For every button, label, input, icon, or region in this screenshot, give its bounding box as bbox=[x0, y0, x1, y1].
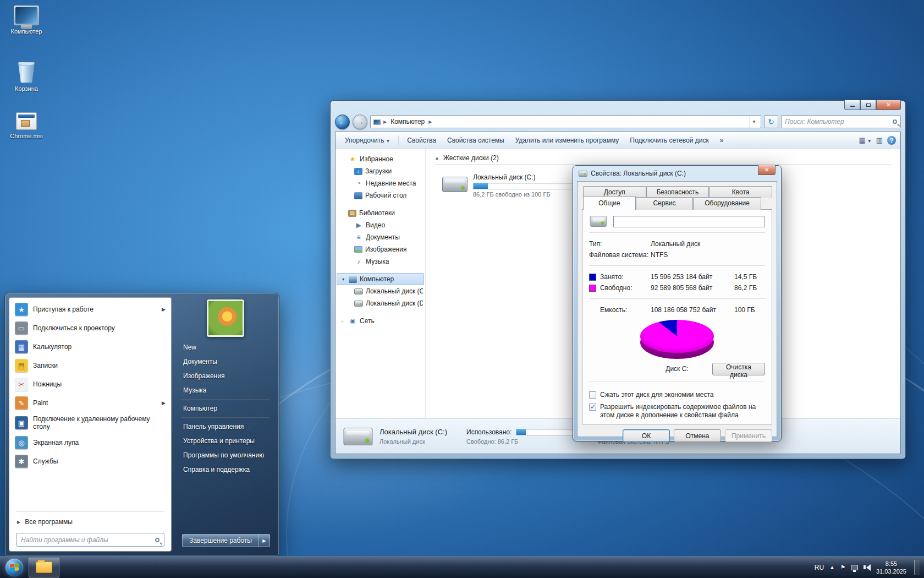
breadcrumb-arrow-icon[interactable]: ▶ bbox=[383, 119, 387, 124]
breadcrumb-arrow-icon[interactable]: ▶ bbox=[428, 119, 432, 124]
properties-command[interactable]: Свойства bbox=[402, 135, 441, 146]
tab-general[interactable]: Общие bbox=[583, 196, 636, 210]
separator bbox=[589, 232, 765, 233]
sidebar-item-desktop[interactable]: Рабочий стол bbox=[336, 189, 425, 201]
start-link-music[interactable]: Музыка bbox=[180, 383, 271, 397]
start-item-remote-desktop[interactable]: ▣ Подключение к удаленному рабочему стол… bbox=[10, 412, 170, 433]
group-header-hard-disks[interactable]: ▲ Жесткие диски (2) bbox=[435, 154, 892, 165]
cancel-button[interactable]: Отмена bbox=[674, 429, 721, 442]
shutdown-button[interactable]: Завершение работы bbox=[182, 534, 259, 547]
address-dropdown-icon[interactable]: ▼ bbox=[749, 116, 758, 128]
expander-icon[interactable]: ▾ bbox=[340, 277, 346, 282]
libraries-icon: ▤ bbox=[348, 210, 356, 217]
close-button[interactable]: ✕ bbox=[876, 100, 901, 110]
sidebar-item-documents[interactable]: ≡ Документы bbox=[336, 231, 425, 243]
desktop-icon-recycle-bin[interactable]: Корзина bbox=[3, 58, 50, 92]
start-item-services[interactable]: ✱ Службы bbox=[10, 452, 170, 471]
remote-desktop-icon: ▣ bbox=[15, 416, 28, 429]
taskbar-explorer-button[interactable] bbox=[29, 558, 59, 577]
navigation-pane: ★ Избранное ↓ Загрузки ◔ Недавние места … bbox=[336, 149, 426, 418]
organize-menu[interactable]: Упорядочить▼ bbox=[340, 135, 395, 146]
sidebar-item-computer[interactable]: ▾ Компьютер bbox=[337, 273, 424, 285]
forward-button[interactable]: → bbox=[353, 114, 367, 129]
sidebar-item-music[interactable]: ♪ Музыка bbox=[336, 255, 425, 268]
sidebar-item-pictures[interactable]: Изображения bbox=[336, 243, 425, 255]
ok-button[interactable]: ОК bbox=[623, 429, 670, 442]
start-item-getting-started[interactable]: ★ Приступая к работе ▶ bbox=[10, 300, 170, 319]
command-toolbar: Упорядочить▼ Свойства Свойства системы У… bbox=[336, 132, 900, 149]
desktop-icon-label: Корзина bbox=[15, 85, 38, 92]
preview-pane-button[interactable]: ▥ bbox=[876, 136, 883, 144]
dialog-titlebar[interactable]: Свойства: Локальный диск (C:) bbox=[573, 166, 781, 181]
close-icon[interactable]: ✕ bbox=[758, 165, 776, 175]
sidebar-item-local-disk-d[interactable]: Локальный диск (D: bbox=[336, 297, 425, 309]
start-item-snipping-tool[interactable]: ✂ Ножницы bbox=[10, 375, 170, 394]
sidebar-item-libraries[interactable]: ▤ Библиотеки bbox=[336, 207, 425, 219]
sidebar-item-recent-places[interactable]: ◔ Недавние места bbox=[336, 177, 425, 189]
start-search-input[interactable] bbox=[21, 536, 152, 544]
refresh-button[interactable]: ↻ bbox=[764, 115, 778, 128]
tab-quota[interactable]: Квота bbox=[709, 186, 772, 198]
help-button[interactable]: ? bbox=[887, 136, 896, 145]
views-button[interactable]: ▦▼ bbox=[859, 136, 871, 144]
volume-icon[interactable] bbox=[864, 564, 871, 571]
start-link-computer[interactable]: Компьютер bbox=[180, 401, 271, 416]
maximize-button[interactable] bbox=[860, 100, 876, 110]
index-checkbox-row[interactable]: Разрешить индексировать содержимое файло… bbox=[589, 403, 765, 419]
capacity-label: Емкость: bbox=[600, 306, 651, 314]
compress-checkbox-row[interactable]: Сжать этот диск для экономии места bbox=[589, 391, 765, 399]
tab-tools[interactable]: Сервис bbox=[636, 197, 693, 210]
tab-security[interactable]: Безопасность bbox=[646, 186, 710, 198]
user-avatar[interactable] bbox=[207, 299, 244, 337]
taskbar-clock[interactable]: 8:55 31.03.2025 bbox=[876, 560, 906, 575]
expander-icon[interactable]: ▹ bbox=[340, 319, 345, 324]
shutdown-options-arrow[interactable]: ▶ bbox=[259, 534, 270, 547]
start-link-control-panel[interactable]: Панель управления bbox=[180, 419, 271, 434]
start-link-documents[interactable]: Документы bbox=[180, 355, 271, 369]
start-link-user[interactable]: New bbox=[180, 340, 271, 355]
capacity-bar bbox=[473, 183, 576, 189]
sidebar-item-network[interactable]: ▹ ◉ Сеть bbox=[336, 315, 425, 327]
start-link-help-support[interactable]: Справка и поддержка bbox=[180, 462, 271, 477]
show-desktop-button[interactable] bbox=[914, 560, 920, 575]
hidden-icons-arrow[interactable]: ▲ bbox=[829, 564, 835, 570]
index-checkbox[interactable] bbox=[589, 403, 596, 411]
all-programs-button[interactable]: ▶ Все программы bbox=[10, 514, 170, 530]
search-input[interactable] bbox=[785, 118, 890, 126]
start-item-calculator[interactable]: ▦ Калькулятор bbox=[10, 337, 170, 356]
start-button[interactable] bbox=[6, 559, 23, 576]
minimize-button[interactable] bbox=[844, 100, 860, 110]
uninstall-program-command[interactable]: Удалить или изменить программу bbox=[510, 135, 624, 146]
toolbar-overflow-chevron[interactable]: » bbox=[715, 135, 729, 146]
language-indicator[interactable]: RU bbox=[815, 564, 824, 571]
start-link-default-programs[interactable]: Программы по умолчанию bbox=[180, 448, 271, 462]
address-bar[interactable]: ▶ Компьютер ▶ ▼ bbox=[370, 115, 761, 128]
volume-label-input[interactable] bbox=[613, 216, 765, 227]
drive-c-item[interactable]: Локальный диск (C:) 86,2 ГБ свободно из … bbox=[442, 173, 576, 198]
map-network-drive-command[interactable]: Подключить сетевой диск bbox=[625, 135, 713, 146]
disk-cleanup-button[interactable]: Очистка диска bbox=[712, 363, 765, 375]
sidebar-item-local-disk-c[interactable]: Локальный диск (C: bbox=[336, 285, 425, 297]
start-item-connect-projector[interactable]: ▭ Подключиться к проектору bbox=[10, 319, 170, 337]
network-icon[interactable] bbox=[851, 565, 858, 570]
start-link-devices-printers[interactable]: Устройства и принтеры bbox=[180, 434, 271, 448]
start-item-magnifier[interactable]: ◎ Экранная лупа bbox=[10, 433, 170, 452]
breadcrumb-segment[interactable]: Компьютер bbox=[389, 118, 426, 126]
computer-icon bbox=[373, 119, 381, 125]
system-properties-command[interactable]: Свойства системы bbox=[442, 135, 509, 146]
sidebar-item-downloads[interactable]: ↓ Загрузки bbox=[336, 165, 425, 177]
sidebar-item-videos[interactable]: ▶ Видео bbox=[336, 219, 425, 231]
action-center-flag-icon[interactable]: ⚑ bbox=[840, 564, 845, 570]
tab-hardware[interactable]: Оборудование bbox=[693, 197, 761, 210]
desktop-icon-chrome-msi[interactable]: Chrome.msi bbox=[3, 112, 50, 139]
dialog-buttons: ОК Отмена Применить bbox=[582, 424, 772, 442]
start-link-pictures[interactable]: Изображения bbox=[180, 369, 271, 383]
sidebar-item-favorites[interactable]: ★ Избранное bbox=[336, 153, 425, 165]
start-item-paint[interactable]: ✎ Paint ▶ bbox=[10, 394, 170, 412]
compress-checkbox[interactable] bbox=[589, 391, 596, 399]
desktop-icon-computer[interactable]: Компьютер bbox=[3, 6, 50, 35]
start-item-sticky-notes[interactable]: ▤ Записки bbox=[10, 356, 170, 375]
apply-button[interactable]: Применить bbox=[725, 429, 772, 442]
windows-flag-icon bbox=[10, 563, 19, 571]
back-button[interactable]: ← bbox=[335, 114, 350, 129]
